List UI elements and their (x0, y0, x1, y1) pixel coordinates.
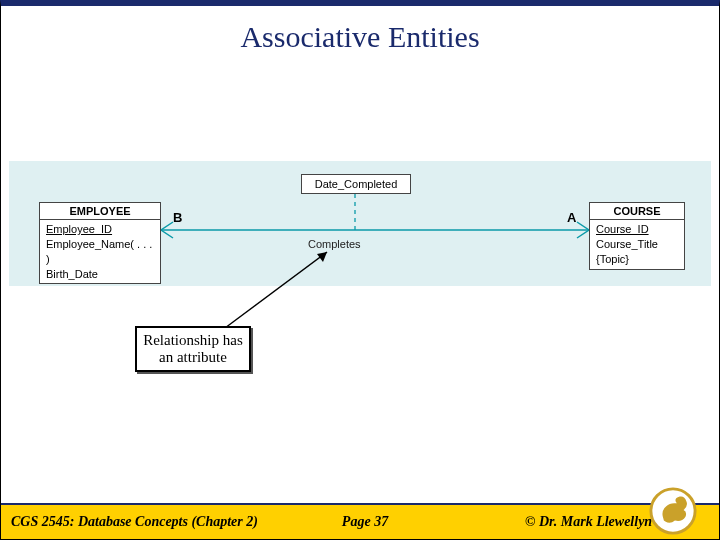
attr: Course_ID (596, 222, 678, 237)
entity-employee-name: EMPLOYEE (40, 203, 160, 220)
relationship-attribute-box: Date_Completed (301, 174, 411, 194)
footer-left: CGS 2545: Database Concepts (Chapter 2) (1, 514, 272, 530)
relationship-label: Completes (305, 238, 364, 250)
attr: Birth_Date (46, 267, 154, 282)
endpoint-a-label: A (567, 210, 576, 225)
attr: Employee_ID (46, 222, 154, 237)
entity-employee: EMPLOYEE Employee_ID Employee_Name( . . … (39, 202, 161, 284)
callout-box: Relationship has an attribute (135, 326, 251, 372)
footer-mid: Page 37 (272, 514, 458, 530)
endpoint-b-label: B (173, 210, 182, 225)
attr: {Topic} (596, 252, 678, 267)
entity-course-name: COURSE (590, 203, 684, 220)
entity-employee-attrs: Employee_ID Employee_Name( . . . ) Birth… (40, 220, 160, 283)
entity-course-attrs: Course_ID Course_Title {Topic} (590, 220, 684, 269)
footer-bar: CGS 2545: Database Concepts (Chapter 2) … (1, 503, 719, 539)
ucf-pegasus-logo-icon (649, 487, 697, 535)
attr: Employee_Name( . . . ) (46, 237, 154, 267)
slide-title: Associative Entities (1, 20, 719, 54)
attr: Course_Title (596, 237, 678, 252)
entity-course: COURSE Course_ID Course_Title {Topic} (589, 202, 685, 270)
slide: Associative Entities EMPLOYEE Employee_I… (0, 0, 720, 540)
